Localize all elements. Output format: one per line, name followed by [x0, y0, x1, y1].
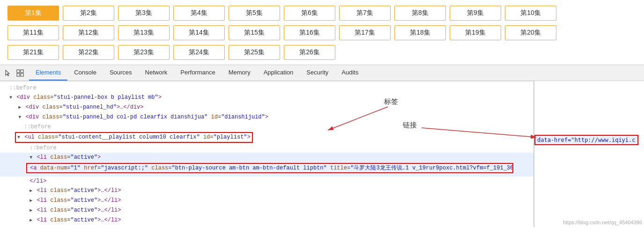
code-line-2: ▼ <div class="stui-pannel-box b playlist… — [0, 93, 533, 103]
tab-elements[interactable]: Elements — [29, 65, 67, 81]
episode-btn-11[interactable]: 第11集 — [7, 25, 59, 40]
episode-btn-4[interactable]: 第4集 — [173, 6, 225, 21]
devtools-icon-group — [4, 69, 24, 77]
svg-rect-2 — [17, 74, 20, 76]
code-line-9: <a data-num="1" href="javascript:;" clas… — [0, 162, 533, 177]
triangle-icon-8[interactable]: ▼ — [30, 155, 32, 160]
triangle-icon-6[interactable]: ▼ — [17, 135, 20, 140]
code-line-12: ▶ <li class="active">…</li> — [0, 196, 533, 206]
episode-btn-25[interactable]: 第25集 — [229, 45, 280, 60]
episode-btn-23[interactable]: 第23集 — [118, 45, 170, 60]
tab-network[interactable]: Network — [139, 65, 174, 81]
svg-rect-0 — [17, 70, 20, 73]
episode-btn-20[interactable]: 第20集 — [505, 25, 556, 40]
svg-rect-3 — [21, 74, 23, 76]
tab-audits[interactable]: Audits — [335, 65, 365, 81]
cursor-icon[interactable] — [4, 69, 12, 77]
code-line-1: ::before — [0, 83, 533, 93]
episode-btn-22[interactable]: 第22集 — [63, 45, 114, 60]
episode-btn-7[interactable]: 第7集 — [339, 6, 391, 21]
episode-btn-10[interactable]: 第10集 — [505, 6, 556, 21]
episode-row-3: 第21集 第22集 第23集 第24集 第25集 第26集 — [7, 45, 637, 60]
code-line-13: ▶ <li class="active">…</li> — [0, 206, 533, 215]
code-line-5: ::before — [0, 122, 533, 132]
triangle-icon-2[interactable]: ▼ — [9, 95, 12, 100]
episode-btn-21[interactable]: 第21集 — [7, 45, 59, 60]
episode-btn-16[interactable]: 第16集 — [284, 25, 335, 40]
tab-console[interactable]: Console — [67, 65, 103, 81]
episode-btn-1[interactable]: 第1集 — [7, 6, 59, 21]
episode-row-1: 第1集 第2集 第3集 第4集 第5集 第6集 第7集 第8集 第9集 第10集 — [7, 6, 637, 21]
episode-btn-26[interactable]: 第26集 — [284, 45, 335, 60]
tab-performance[interactable]: Performance — [174, 65, 222, 81]
triangle-icon-13[interactable]: ▶ — [30, 208, 32, 213]
episode-btn-19[interactable]: 第19集 — [450, 25, 501, 40]
episode-btn-12[interactable]: 第12集 — [63, 25, 114, 40]
devtools-toolbar: Elements Console Sources Network Perform… — [0, 65, 644, 81]
tab-security[interactable]: Security — [300, 65, 335, 81]
code-line-14: ▶ <li class="active">…</li> — [0, 215, 533, 225]
code-line-4: ▼ <div class="stui-pannel_bd col-pd clea… — [0, 112, 533, 122]
triangle-icon-12[interactable]: ▶ — [30, 198, 32, 203]
bottom-right-link: https://blog.csdn.net/qq_45404396 — [563, 220, 642, 225]
episode-btn-6[interactable]: 第6集 — [284, 6, 335, 21]
episode-area: 第1集 第2集 第3集 第4集 第5集 第6集 第7集 第8集 第9集 第10集… — [0, 0, 644, 65]
episode-btn-9[interactable]: 第9集 — [450, 6, 501, 21]
episode-btn-3[interactable]: 第3集 — [118, 6, 170, 21]
inspect-icon[interactable] — [16, 69, 24, 77]
svg-rect-1 — [21, 70, 23, 73]
episode-btn-13[interactable]: 第13集 — [118, 25, 170, 40]
code-line-6: ▼ <ul class="stui-content__playlist colu… — [0, 132, 533, 143]
episode-btn-24[interactable]: 第24集 — [173, 45, 225, 60]
episode-btn-17[interactable]: 第17集 — [339, 25, 391, 40]
episode-btn-18[interactable]: 第18集 — [394, 25, 446, 40]
episode-btn-5[interactable]: 第5集 — [229, 6, 280, 21]
right-panel: data-href="http://www.iqiyi.c https://bl… — [534, 81, 644, 227]
code-panel: ::before ▼ <div class="stui-pannel-box b… — [0, 81, 534, 227]
code-line-7: ::before — [0, 143, 533, 153]
triangle-icon-4[interactable]: ▼ — [18, 115, 21, 120]
episode-btn-14[interactable]: 第14集 — [173, 25, 225, 40]
devtools-tabs: Elements Console Sources Network Perform… — [29, 65, 365, 81]
right-panel-attr: data-href="http://www.iqiyi.c — [534, 135, 638, 145]
tab-application[interactable]: Application — [257, 65, 300, 81]
code-line-8: ▼ <li class="active"> — [0, 153, 533, 162]
code-line-3: ▶ <div class="stui-pannel_hd">…</div> — [0, 103, 533, 112]
triangle-icon-14[interactable]: ▶ — [30, 218, 32, 223]
episode-btn-15[interactable]: 第15集 — [229, 25, 280, 40]
episode-row-2: 第11集 第12集 第13集 第14集 第15集 第16集 第17集 第18集 … — [7, 25, 637, 40]
triangle-icon-3[interactable]: ▶ — [18, 105, 21, 110]
tab-sources[interactable]: Sources — [103, 65, 139, 81]
tab-memory[interactable]: Memory — [222, 65, 257, 81]
episode-grid: 第1集 第2集 第3集 第4集 第5集 第6集 第7集 第8集 第9集 第10集… — [7, 6, 637, 60]
code-line-10: </li> — [0, 177, 533, 186]
episode-btn-8[interactable]: 第8集 — [394, 6, 446, 21]
code-line-11: ▶ <li class="active">…</li> — [0, 186, 533, 196]
episode-btn-2[interactable]: 第2集 — [63, 6, 114, 21]
triangle-icon-11[interactable]: ▶ — [30, 188, 32, 193]
